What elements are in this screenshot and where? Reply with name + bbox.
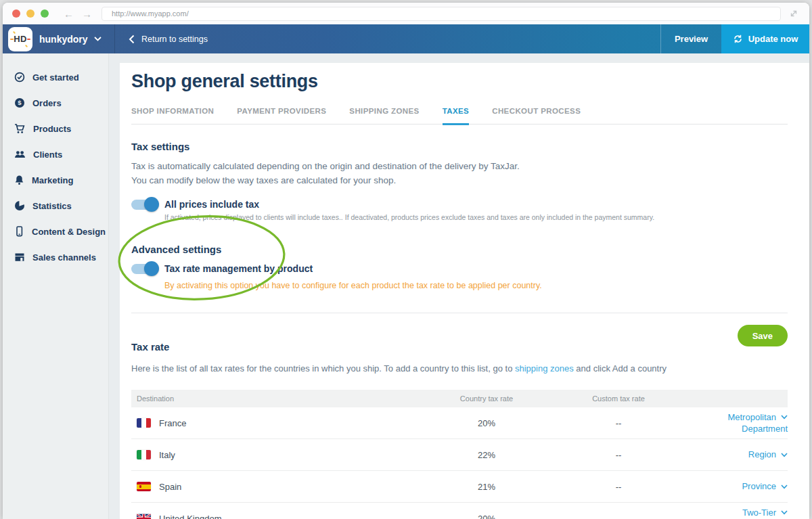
minimize-window-button[interactable] [26, 9, 35, 18]
tab-taxes[interactable]: TAXES [443, 107, 470, 125]
tax-rate-table: Destination Country tax rate Custom tax … [131, 390, 788, 519]
region-label-line2: Department [679, 423, 788, 435]
all-prices-include-tax-toggle[interactable] [131, 200, 157, 210]
browser-chrome: ← → http://www.myapp.com/ [3, 3, 809, 24]
sidebar-item-label: Products [33, 124, 71, 134]
shop-name: hunkydory [39, 34, 88, 45]
tab-shop-information[interactable]: SHOP INFORMATION [131, 107, 214, 125]
tax-rate-management-warning: By activating this option you have to co… [164, 281, 788, 290]
chevron-down-icon [781, 510, 788, 515]
custom-tax-rate-value: -- [558, 450, 679, 460]
window-controls [12, 9, 49, 18]
sidebar-item-label: Statistics [32, 201, 72, 211]
uk-flag [137, 514, 151, 519]
maximize-window-button[interactable] [41, 9, 49, 18]
sidebar-item-orders[interactable]: $ Orders [3, 90, 109, 116]
page-title: Shop general settings [131, 71, 788, 92]
navbar-spacer [208, 24, 660, 53]
all-prices-include-tax-row: All prices include tax [131, 199, 788, 210]
browser-nav-arrows: ← → [64, 9, 92, 19]
sidebar-item-statistics[interactable]: Statistics [3, 193, 109, 219]
sidebar-item-products[interactable]: Products [3, 116, 109, 141]
sidebar-item-label: Sales channels [32, 252, 96, 263]
all-prices-include-tax-label: All prices include tax [164, 199, 259, 210]
chevron-down-icon [94, 37, 102, 41]
content-area: Shop general settings SHOP INFORMATION P… [109, 53, 809, 519]
browser-window: ← → http://www.myapp.com/ HD hunkydory R… [3, 3, 809, 519]
sidebar-item-get-started[interactable]: Get started [3, 64, 109, 90]
pie-chart-icon [14, 200, 25, 211]
shipping-zones-link[interactable]: shipping zones [515, 363, 574, 374]
tax-rate-management-row: Tax rate management by product [131, 263, 788, 274]
tax-rate-title: Tax rate [131, 341, 788, 353]
toggle-knob [144, 197, 159, 212]
region-selector-uk[interactable]: Two-Tier County [679, 507, 788, 519]
region-selector-france[interactable]: Metropolitan Department [679, 411, 788, 435]
return-to-settings-link[interactable]: Return to settings [129, 24, 208, 53]
preview-button[interactable]: Preview [660, 24, 721, 53]
destination-cell: France [137, 418, 415, 428]
country-tax-rate-value: 20% [415, 418, 558, 428]
save-button[interactable]: Save [738, 325, 788, 346]
sidebar-item-label: Clients [33, 150, 62, 160]
browser-forward-icon[interactable]: → [82, 9, 92, 19]
close-window-button[interactable] [12, 9, 20, 18]
svg-text:$: $ [18, 99, 22, 106]
table-row-france: France 20% -- Metropolitan Department [131, 407, 788, 439]
sidebar: Get started $ Orders Products Clients Ma… [3, 53, 109, 519]
all-prices-include-tax-help: If activated, prices displayed to client… [164, 213, 788, 221]
region-selector-italy[interactable]: Region [679, 449, 788, 461]
top-navbar: HD hunkydory Return to settings Preview … [3, 24, 809, 53]
tax-settings-description-2: You can modify below the way taxes are c… [131, 175, 788, 187]
column-country-tax-rate: Country tax rate [415, 394, 558, 403]
address-bar[interactable]: http://www.myapp.com/ [102, 7, 781, 21]
tab-checkout-process[interactable]: CHECKOUT PROCESS [492, 107, 581, 125]
region-label: Region [748, 449, 776, 461]
sidebar-item-label: Get started [32, 72, 79, 83]
expand-window-icon[interactable] [789, 9, 798, 18]
tab-shipping-zones[interactable]: SHIPPING ZONES [349, 107, 419, 125]
refresh-icon [733, 34, 743, 44]
shop-logo-text: HD [14, 34, 26, 44]
check-circle-icon [14, 72, 25, 83]
table-row-italy: Italy 22% -- Region [131, 439, 788, 471]
country-name: Spain [159, 482, 181, 492]
url-text: http://www.myapp.com/ [112, 9, 189, 18]
tax-rate-description-suffix: and click Add a country [574, 363, 667, 374]
tab-payment-providers[interactable]: PAYMENT PROVIDERS [237, 107, 326, 125]
custom-tax-rate-value: -- [558, 418, 679, 428]
tax-settings-description-1: Tax is automatically calculated dependin… [131, 160, 788, 173]
shop-logo: HD [8, 27, 32, 51]
sidebar-item-label: Content & Design [32, 227, 106, 237]
store-icon [14, 252, 25, 263]
destination-cell: Spain [137, 482, 415, 492]
chevron-down-icon [781, 415, 788, 420]
chevron-left-icon [129, 35, 135, 44]
table-row-spain: Spain 21% -- Province [131, 471, 788, 503]
country-tax-rate-value: 20% [415, 514, 558, 519]
settings-card: Shop general settings SHOP INFORMATION P… [120, 63, 809, 519]
update-now-button[interactable]: Update now [721, 24, 809, 53]
region-selector-spain[interactable]: Province [679, 480, 788, 493]
column-destination: Destination [137, 394, 415, 403]
sidebar-item-marketing[interactable]: Marketing [3, 167, 109, 193]
custom-tax-rate-value: -- [558, 482, 679, 492]
dollar-circle-icon: $ [14, 97, 25, 108]
region-label: Metropolitan [727, 411, 776, 424]
phone-icon [14, 226, 24, 237]
sidebar-item-sales-channels[interactable]: Sales channels [3, 244, 109, 270]
update-now-label: Update now [748, 34, 798, 44]
region-label: Province [742, 480, 776, 493]
sidebar-item-label: Marketing [32, 175, 73, 185]
tax-rate-description: Here is the list of all tax rates for th… [131, 363, 788, 374]
return-to-settings-label: Return to settings [141, 35, 208, 44]
browser-back-icon[interactable]: ← [64, 9, 74, 19]
tax-rate-management-toggle[interactable] [131, 264, 157, 274]
table-header: Destination Country tax rate Custom tax … [131, 390, 788, 407]
sidebar-item-content-design[interactable]: Content & Design [3, 219, 109, 244]
country-name: United Kingdom [159, 514, 222, 519]
shop-switcher[interactable]: HD hunkydory [3, 24, 115, 53]
spain-flag [137, 482, 151, 491]
sidebar-item-clients[interactable]: Clients [3, 141, 109, 167]
country-name: Italy [159, 450, 175, 460]
